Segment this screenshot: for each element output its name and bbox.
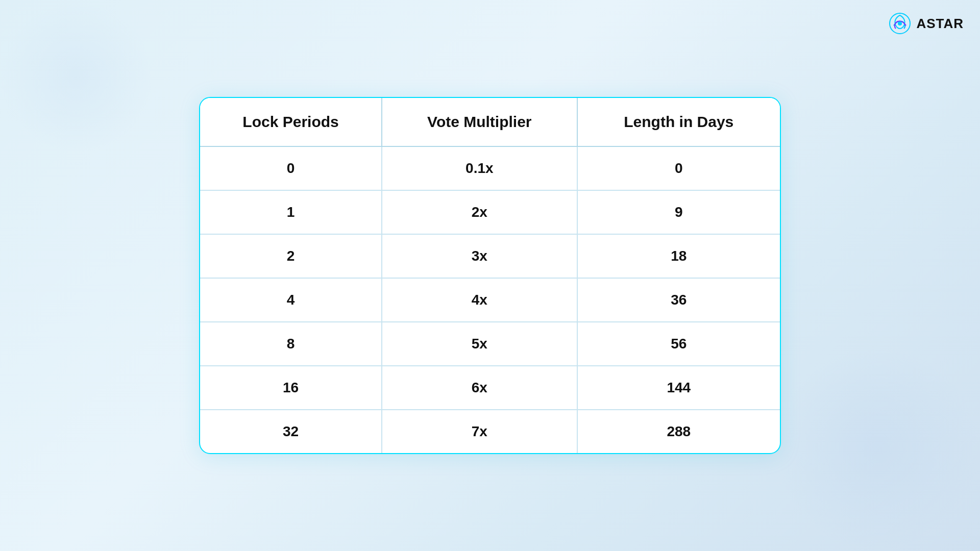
logo-text: ASTAR	[916, 16, 964, 32]
lock-periods-table: Lock Periods Vote Multiplier Length in D…	[200, 98, 780, 453]
table-body: 00.1x012x923x1844x3685x56166x144327x288	[200, 146, 780, 453]
cell-vote-multiplier: 3x	[382, 234, 577, 278]
table-row: 327x288	[200, 410, 780, 453]
cell-vote-multiplier: 6x	[382, 366, 577, 410]
table-row: 44x36	[200, 278, 780, 322]
astar-logo-icon	[889, 12, 911, 35]
cell-length-days: 144	[577, 366, 780, 410]
cell-vote-multiplier: 7x	[382, 410, 577, 453]
cell-lock-period: 16	[200, 366, 382, 410]
cell-length-days: 9	[577, 190, 780, 234]
cell-vote-multiplier: 0.1x	[382, 146, 577, 190]
cell-length-days: 18	[577, 234, 780, 278]
cell-lock-period: 1	[200, 190, 382, 234]
col-header-lock-periods: Lock Periods	[200, 98, 382, 146]
table-header-row: Lock Periods Vote Multiplier Length in D…	[200, 98, 780, 146]
cell-length-days: 0	[577, 146, 780, 190]
cell-lock-period: 4	[200, 278, 382, 322]
table-row: 23x18	[200, 234, 780, 278]
table-row: 12x9	[200, 190, 780, 234]
cell-length-days: 36	[577, 278, 780, 322]
cell-vote-multiplier: 5x	[382, 322, 577, 366]
table-row: 85x56	[200, 322, 780, 366]
cell-lock-period: 0	[200, 146, 382, 190]
cell-length-days: 288	[577, 410, 780, 453]
table-row: 166x144	[200, 366, 780, 410]
data-table-container: Lock Periods Vote Multiplier Length in D…	[199, 97, 781, 454]
logo-area: ASTAR	[889, 12, 964, 35]
cell-length-days: 56	[577, 322, 780, 366]
cell-vote-multiplier: 4x	[382, 278, 577, 322]
col-header-length-in-days: Length in Days	[577, 98, 780, 146]
col-header-vote-multiplier: Vote Multiplier	[382, 98, 577, 146]
table-row: 00.1x0	[200, 146, 780, 190]
cell-lock-period: 32	[200, 410, 382, 453]
cell-vote-multiplier: 2x	[382, 190, 577, 234]
cell-lock-period: 8	[200, 322, 382, 366]
svg-point-1	[898, 21, 902, 26]
cell-lock-period: 2	[200, 234, 382, 278]
